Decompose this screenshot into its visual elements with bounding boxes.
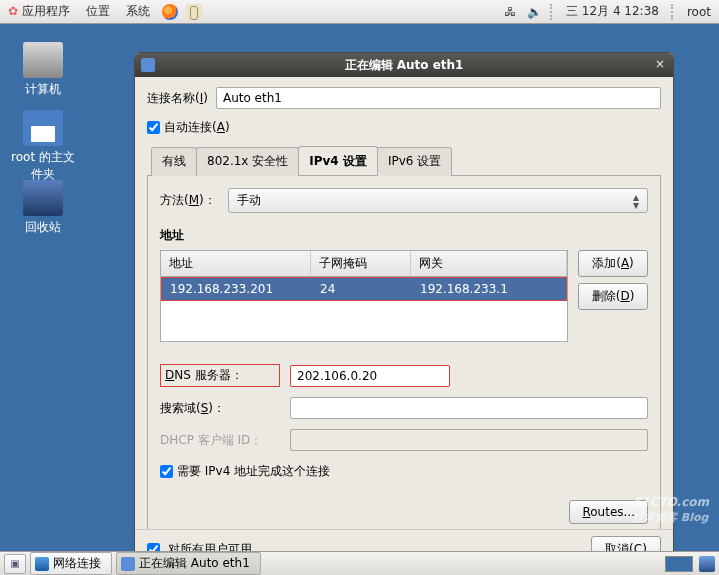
clock[interactable]: 三 12月 4 12:38 xyxy=(562,3,663,20)
connection-name-label: 连接名称(I) xyxy=(147,90,208,107)
method-combo[interactable]: 手动 ▴▾ xyxy=(228,188,648,213)
tab-security[interactable]: 802.1x 安全性 xyxy=(196,147,299,176)
addresses-heading: 地址 xyxy=(160,227,648,244)
dhcp-client-id-input xyxy=(290,429,648,451)
desktop-computer-label: 计算机 xyxy=(6,81,80,98)
require-ipv4-checkbox[interactable] xyxy=(160,465,173,478)
trash-icon xyxy=(23,180,63,216)
top-panel: ✿ 应用程序 位置 系统 🖧 🔈 三 12月 4 12:38 root xyxy=(0,0,719,24)
tabs: 有线 802.1x 安全性 IPv4 设置 IPv6 设置 xyxy=(147,146,661,175)
tray-separator-2 xyxy=(671,4,675,20)
taskbar-item-label: 网络连接 xyxy=(53,555,101,572)
desktop-trash-label: 回收站 xyxy=(6,219,80,236)
desktop-trash[interactable]: 回收站 xyxy=(6,180,80,236)
table-row[interactable]: 192.168.233.201 24 192.168.233.1 xyxy=(161,277,567,301)
computer-icon xyxy=(23,42,63,78)
firefox-icon[interactable] xyxy=(162,4,178,20)
taskbar-item-label: 正在编辑 Auto eth1 xyxy=(139,555,250,572)
tab-ipv4[interactable]: IPv4 设置 xyxy=(298,146,378,175)
desktop: 计算机 root 的主文件夹 回收站 正在编辑 Auto eth1 × 连接名称… xyxy=(0,24,719,551)
home-folder-icon xyxy=(23,110,63,146)
delete-button[interactable]: 删除(D) xyxy=(578,283,648,310)
add-button[interactable]: 添加(A) xyxy=(578,250,648,277)
combo-arrow-icon: ▴▾ xyxy=(633,193,639,209)
table-header: 地址 子网掩码 网关 xyxy=(161,251,567,277)
dhcp-client-id-label: DHCP 客户端 ID： xyxy=(160,432,280,449)
cell-address: 192.168.233.201 xyxy=(162,278,312,300)
menu-system[interactable]: 系统 xyxy=(122,3,154,20)
desktop-home[interactable]: root 的主文件夹 xyxy=(6,110,80,183)
cell-netmask: 24 xyxy=(312,278,412,300)
show-desktop-icon: ▣ xyxy=(10,558,19,569)
desktop-computer[interactable]: 计算机 xyxy=(6,42,80,98)
tray-separator xyxy=(550,4,554,20)
cell-gateway: 192.168.233.1 xyxy=(412,278,566,300)
taskbar-item-network[interactable]: 网络连接 xyxy=(30,552,112,575)
titlebar[interactable]: 正在编辑 Auto eth1 × xyxy=(135,53,673,77)
taskbar-item-editing[interactable]: 正在编辑 Auto eth1 xyxy=(116,552,261,575)
workspace-switcher[interactable] xyxy=(665,556,693,572)
require-ipv4-label: 需要 IPv4 地址完成这个连接 xyxy=(177,463,330,480)
panel-trash-icon[interactable] xyxy=(699,556,715,572)
col-address: 地址 xyxy=(161,251,311,276)
col-netmask: 子网掩码 xyxy=(311,251,411,276)
tab-ipv6[interactable]: IPv6 设置 xyxy=(377,147,452,176)
auto-connect-label: 自动连接(A) xyxy=(164,119,230,136)
window-title: 正在编辑 Auto eth1 xyxy=(163,57,645,74)
seahorse-icon[interactable] xyxy=(186,4,202,20)
method-label: 方法(M)： xyxy=(160,192,216,209)
bottom-panel: ▣ 网络连接 正在编辑 Auto eth1 xyxy=(0,551,719,575)
menu-applications[interactable]: ✿ 应用程序 xyxy=(4,3,74,20)
addresses-table[interactable]: 地址 子网掩码 网关 192.168.233.201 24 192.168.23… xyxy=(160,250,568,342)
auto-connect-checkbox[interactable] xyxy=(147,121,160,134)
dns-label: DNS 服务器： xyxy=(160,364,280,387)
ipv4-panel: 方法(M)： 手动 ▴▾ 地址 地址 子网掩码 网关 xyxy=(147,175,661,529)
close-icon[interactable]: × xyxy=(653,58,667,72)
show-desktop-button[interactable]: ▣ xyxy=(4,554,26,574)
desktop-home-label: root 的主文件夹 xyxy=(6,149,80,183)
user-menu[interactable]: root xyxy=(683,5,715,19)
window-app-icon xyxy=(141,58,155,72)
connection-name-input[interactable] xyxy=(216,87,661,109)
network-icon xyxy=(35,557,49,571)
method-value: 手动 xyxy=(237,192,261,209)
search-domain-input[interactable] xyxy=(290,397,648,419)
tab-wired[interactable]: 有线 xyxy=(151,147,197,176)
nm-connection-editor-dialog: 正在编辑 Auto eth1 × 连接名称(I) 自动连接(A) 有线 802.… xyxy=(134,52,674,570)
window-icon xyxy=(121,557,135,571)
watermark: 51CTO.com 技术博客 Blog xyxy=(633,491,709,525)
dns-input[interactable] xyxy=(290,365,450,387)
network-tray-icon[interactable]: 🖧 xyxy=(502,4,518,20)
col-gateway: 网关 xyxy=(411,251,567,276)
menu-places[interactable]: 位置 xyxy=(82,3,114,20)
volume-tray-icon[interactable]: 🔈 xyxy=(526,4,542,20)
search-domain-label: 搜索域(S)： xyxy=(160,400,280,417)
